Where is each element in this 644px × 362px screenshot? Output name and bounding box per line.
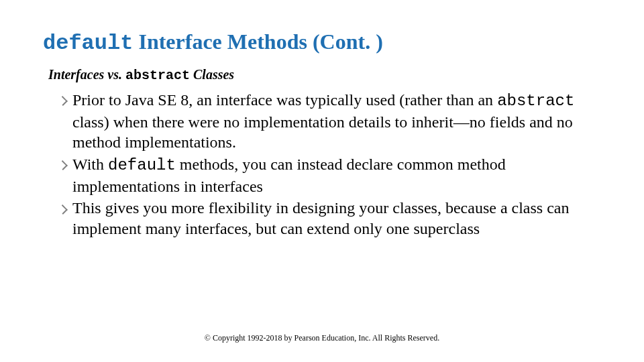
subheading: Interfaces vs. abstract Classes — [48, 67, 601, 83]
list-item: Prior to Java SE 8, an interface was typ… — [59, 90, 594, 153]
title-code: default — [43, 31, 133, 56]
bullet-text-pre: Prior to Java SE 8, an interface was typ… — [72, 91, 497, 109]
bullet-text-pre: This gives you more flexibility in desig… — [72, 199, 569, 237]
subheading-before: Interfaces vs. — [48, 67, 125, 82]
subheading-code: abstract — [125, 68, 190, 83]
slide-title: default Interface Methods (Cont. ) — [43, 29, 601, 56]
title-rest: Interface Methods (Cont. ) — [133, 29, 382, 54]
copyright-footer: © Copyright 1992-2018 by Pearson Educati… — [0, 333, 644, 343]
subheading-after: Classes — [190, 67, 234, 82]
bullet-text-post: class) when there were no implementation… — [72, 113, 573, 152]
list-item: With default methods, you can instead de… — [59, 154, 594, 196]
bullet-text-code: default — [108, 156, 176, 174]
bullet-list: Prior to Java SE 8, an interface was typ… — [43, 90, 601, 241]
bullet-text-code: abstract — [497, 92, 574, 110]
slide: default Interface Methods (Cont. ) Inter… — [0, 0, 644, 362]
list-item: This gives you more flexibility in desig… — [59, 198, 594, 240]
bullet-text-pre: With — [72, 156, 108, 173]
